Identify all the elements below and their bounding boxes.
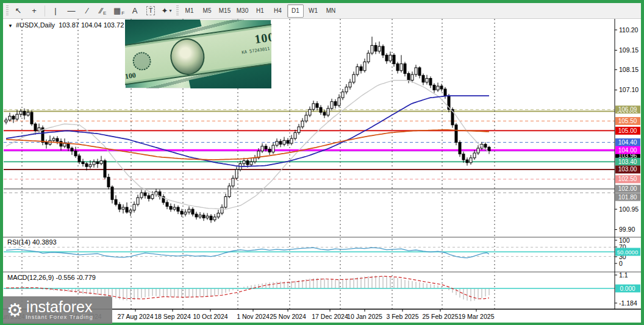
candle-body — [272, 145, 274, 152]
timeframe-button-m1[interactable]: M1 — [181, 4, 198, 18]
price-level-badge-label: 106.09 — [618, 106, 637, 113]
candle-body — [52, 138, 55, 140]
candle-body — [393, 55, 395, 63]
candle-body — [352, 74, 355, 82]
dollar-bills-image: 100 KA 57243011 B 100 — [125, 20, 271, 88]
cursor-tool-button[interactable]: ↖ — [10, 4, 26, 18]
candle-body — [104, 161, 106, 177]
candle-body — [418, 68, 421, 76]
price-chart-canvas[interactable]: 110.20109.15108.15107.10100.9599.90103.9… — [3, 19, 641, 323]
candle-body — [360, 66, 362, 70]
price-tick-label: 109.15 — [619, 46, 639, 54]
crosshair-tool-button[interactable]: + — [26, 4, 42, 18]
candle-body — [345, 87, 348, 92]
candle-body — [268, 149, 271, 152]
price-level-badge-label: 102.50 — [618, 176, 637, 182]
candle-body — [265, 146, 267, 149]
equidistant-channel-tool-button[interactable]: ∕∕E — [95, 4, 111, 18]
candle-body — [411, 74, 413, 80]
candle-body — [320, 107, 322, 112]
candle-body — [221, 207, 223, 213]
candle-body — [404, 64, 406, 74]
macd-tick-label: -1.184 — [619, 299, 637, 307]
candle-body — [422, 76, 424, 82]
chevron-down-icon[interactable]: ▾ — [169, 8, 171, 13]
candle-body — [129, 210, 132, 212]
candle-body — [323, 112, 326, 115]
candle-body — [115, 199, 117, 204]
price-tick-label: 108.15 — [619, 66, 639, 73]
candle-body — [213, 217, 216, 220]
candle-body — [144, 193, 146, 196]
symbol-period-label: #USDX,Daily — [16, 21, 55, 29]
candle-body — [316, 104, 318, 107]
candle-body — [137, 198, 139, 204]
candle-body — [356, 66, 359, 74]
timeframe-button-m30[interactable]: M30 — [234, 4, 251, 18]
horizontal-line-tool-button[interactable]: ― — [63, 4, 79, 18]
candle-body — [118, 204, 121, 209]
candle-body — [444, 89, 446, 96]
time-axis-label: 25 Feb 2025 — [423, 313, 459, 320]
rsi-tick-label: 0 — [619, 260, 623, 267]
text-label-icon: T — [146, 6, 156, 15]
timeframe-button-m5[interactable]: M5 — [199, 4, 215, 18]
arrows-tool-button[interactable]: ✦▾ — [159, 4, 174, 18]
candle-body — [473, 153, 476, 158]
candle-body — [433, 85, 435, 90]
gear-logo-icon: ⚙ — [7, 301, 23, 320]
candle-body — [166, 202, 168, 206]
candle-body — [437, 86, 439, 90]
symbol-dropdown-icon[interactable]: ▼ — [8, 23, 13, 29]
candle-body — [30, 112, 33, 124]
candle-body — [407, 74, 410, 80]
candle-body — [290, 138, 293, 143]
toolbar-grip[interactable] — [176, 5, 179, 16]
candle-body — [254, 158, 256, 162]
chart-area: 110.20109.15108.15107.10100.9599.90103.9… — [3, 19, 641, 323]
vertical-line-tool-button[interactable]: | — [48, 4, 63, 18]
candle-body — [371, 45, 373, 53]
text-label-tool-button[interactable]: T — [143, 4, 159, 18]
timeframe-button-mn[interactable]: MN — [323, 4, 339, 18]
candle-body — [45, 142, 48, 144]
candle-body — [67, 143, 70, 148]
rsi-mid-badge-label: 50.0000 — [617, 249, 638, 255]
candle-body — [111, 187, 113, 200]
candle-body — [327, 109, 329, 115]
price-level-badge-label: 101.80 — [618, 194, 637, 201]
equidistant-channel-sub-letter: E — [103, 10, 106, 16]
cursor-icon: ↖ — [15, 6, 22, 15]
candle-body — [301, 121, 304, 127]
candle-body — [426, 79, 428, 82]
text-icon: A — [132, 6, 138, 15]
text-tool-button[interactable]: A — [127, 4, 143, 18]
timeframe-button-h4[interactable]: H4 — [270, 4, 286, 18]
candle-body — [56, 138, 59, 141]
candle-body — [191, 209, 194, 214]
fibonacci-tool-button[interactable]: ▦F — [111, 4, 127, 18]
toolbar-grip[interactable] — [6, 5, 9, 16]
candle-body — [382, 46, 384, 55]
candle-body — [342, 92, 344, 98]
bill-seal — [132, 51, 152, 71]
timeframe-button-w1[interactable]: W1 — [305, 4, 321, 18]
candle-body — [429, 79, 432, 85]
trendline-tool-button[interactable]: ∕ — [79, 4, 95, 18]
timeframe-button-h1[interactable]: H1 — [252, 4, 268, 18]
candle-body — [312, 104, 315, 110]
candle-body — [378, 46, 381, 51]
timeframe-button-d1[interactable]: D1 — [287, 4, 304, 18]
candle-body — [195, 214, 198, 217]
candle-body — [298, 127, 300, 133]
brand-name: instaforex — [26, 299, 92, 314]
time-axis-label: 10 Jan 2025 — [347, 313, 382, 320]
time-axis-label: 27 Aug 2024 — [118, 313, 154, 320]
candle-body — [184, 212, 187, 214]
candle-body — [415, 68, 417, 74]
timeframe-button-m15[interactable]: M15 — [216, 4, 233, 18]
trendline-icon: ∕ — [87, 6, 88, 15]
franklin-portrait — [168, 36, 207, 77]
toolbar: ↖+|―∕∕∕E▦FAT✦▾M1M5M15M30H1H4D1W1MN — [3, 3, 641, 19]
time-axis-label: 19 Mar 2025 — [459, 313, 495, 320]
